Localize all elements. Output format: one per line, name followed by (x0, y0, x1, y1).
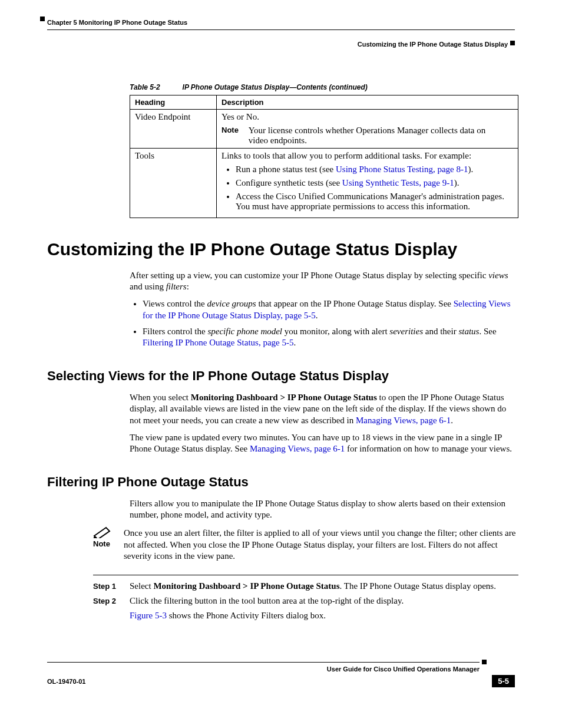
note-block: Note Once you use an alert filter, the f… (93, 526, 518, 562)
h2-selecting-views: Selecting Views for the IP Phone Outage … (47, 368, 515, 384)
step-text: Select Monitoring Dashboard > IP Phone O… (130, 581, 496, 591)
selecting-views-block: When you select Monitoring Dashboard > I… (130, 392, 518, 454)
chapter-label: Chapter 5 Monitoring IP Phone Outage Sta… (47, 19, 187, 26)
row-heading: Video Endpoint (130, 110, 217, 149)
list-item: Run a phone status test (see Using Phone… (236, 164, 513, 174)
header-square-icon (510, 41, 515, 45)
link-filtering-status[interactable]: Filtering IP Phone Outage Status, page 5… (143, 338, 294, 347)
page-number: 5-5 (492, 675, 515, 687)
col-description: Description (217, 95, 518, 110)
cell-text: Yes or No. (222, 112, 513, 122)
row-heading: Tools (130, 149, 217, 218)
col-heading: Heading (130, 95, 217, 110)
note-label: Note (93, 539, 124, 548)
link-synthetic-tests[interactable]: Using Synthetic Tests, page 9-1 (342, 178, 454, 187)
list-item: Views control the device groups that app… (143, 298, 518, 321)
link-managing-views[interactable]: Managing Views, page 6-1 (356, 416, 451, 425)
link-phone-status-testing[interactable]: Using Phone Status Testing, page 8-1 (336, 164, 468, 174)
filtering-block: Filters allow you to manipulate the IP P… (130, 498, 518, 521)
note-text: Once you use an alert filter, the filter… (124, 528, 518, 562)
row-description: Yes or No. Note Your license controls wh… (217, 110, 518, 149)
h2-filtering: Filtering IP Phone Outage Status (47, 475, 515, 490)
header-square-icon (40, 17, 45, 21)
h1-customizing: Customizing the IP Phone Outage Status D… (47, 239, 515, 259)
table-5-2: Heading Description Video Endpoint Yes o… (130, 95, 518, 218)
table-row: Tools Links to tools that allow you to p… (130, 149, 518, 218)
pencil-icon (93, 526, 112, 538)
note-label: Note (222, 126, 246, 134)
step-text: Click the filtering button in the tool b… (130, 596, 404, 606)
intro-block: After setting up a view, you can customi… (130, 270, 518, 348)
page-footer: User Guide for Cisco Unified Operations … (47, 662, 515, 687)
footer-doc-id: OL-19470-01 (47, 678, 85, 685)
step-separator (93, 575, 518, 575)
table-title: IP Phone Outage Status Display—Contents … (183, 83, 368, 91)
table-caption: Table 5-2IP Phone Outage Status Display—… (130, 83, 515, 91)
list-item: Filters control the specific phone model… (143, 326, 518, 348)
figure-reference: Figure 5-3 shows the Phone Activity Filt… (93, 611, 518, 621)
paragraph: After setting up a view, you can customi… (130, 270, 518, 292)
table-number: Table 5-2 (130, 83, 160, 91)
cell-text: Links to tools that allow you to perform… (222, 151, 513, 161)
list-item: Configure synthetic tests (see Using Syn… (236, 178, 513, 188)
link-figure-5-3[interactable]: Figure 5-3 (130, 611, 167, 620)
table-row: Video Endpoint Yes or No. Note Your lice… (130, 110, 518, 149)
step-1: Step 1 Select Monitoring Dashboard > IP … (93, 581, 518, 591)
step-label: Step 1 (93, 581, 130, 591)
list-item: Access the Cisco Unified Communications … (236, 192, 513, 212)
paragraph: The view pane is updated every two minut… (130, 432, 518, 454)
running-header: Chapter 5 Monitoring IP Phone Outage Sta… (47, 17, 515, 48)
row-description: Links to tools that allow you to perform… (217, 149, 518, 218)
step-2: Step 2 Click the filtering button in the… (93, 596, 518, 606)
step-label: Step 2 (93, 596, 130, 606)
step-text: Figure 5-3 shows the Phone Activity Filt… (130, 611, 326, 621)
footer-square-icon (482, 660, 487, 664)
link-managing-views[interactable]: Managing Views, page 6-1 (250, 444, 345, 453)
note-text: Your license controls whether Operations… (249, 126, 496, 146)
section-label: Customizing the IP Phone Outage Status D… (47, 41, 515, 48)
paragraph: Filters allow you to manipulate the IP P… (130, 498, 518, 521)
paragraph: When you select Monitoring Dashboard > I… (130, 392, 518, 426)
